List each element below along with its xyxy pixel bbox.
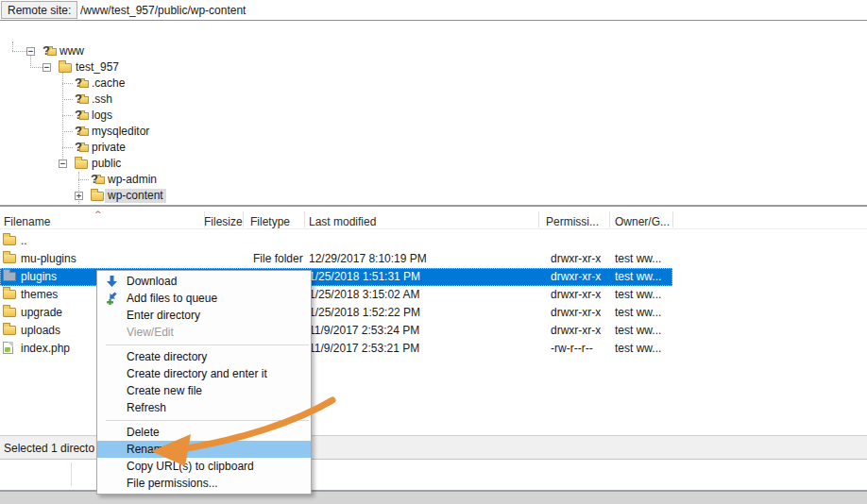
tree-item-www[interactable]: − www [0, 43, 378, 59]
folder-icon [3, 308, 16, 317]
tree-item-private[interactable]: private [0, 140, 378, 156]
column-divider[interactable] [672, 211, 673, 227]
folder-icon [91, 192, 104, 201]
question-folder-icon [91, 206, 107, 207]
tree-item-public[interactable]: − public [0, 156, 378, 172]
folder-icon [3, 326, 16, 335]
column-divider[interactable] [609, 211, 610, 227]
folder-icon [3, 290, 16, 299]
collapse-icon[interactable]: − [26, 47, 35, 56]
column-header-last-modified[interactable]: Last modified [309, 215, 376, 228]
folder-icon [3, 272, 16, 281]
tree-item-ssh[interactable]: .ssh [0, 92, 378, 108]
status-text: Selected 1 directo [4, 442, 94, 455]
tree-item-test-957[interactable]: − test_957 [0, 59, 378, 76]
column-divider[interactable] [538, 211, 539, 227]
filezilla-remote-panel: Remote site: − www − test_957 [0, 0, 867, 504]
collapse-icon[interactable]: − [59, 160, 67, 168]
remote-site-bar: Remote site: [0, 0, 867, 21]
menu-item-download[interactable]: Download [97, 273, 311, 290]
folder-icon [3, 254, 16, 263]
remote-site-label: Remote site: [1, 1, 77, 19]
folder-icon [75, 160, 88, 169]
column-header-owner[interactable]: Owner/G... [615, 215, 670, 228]
collapse-icon[interactable]: − [42, 63, 51, 72]
folder-icon [59, 63, 72, 73]
remote-path-input[interactable] [80, 1, 647, 19]
file-list-header: ^ Filename Filesize Filetype Last modifi… [0, 210, 867, 229]
menu-item-create-directory[interactable]: Create directory [97, 348, 311, 365]
php-file-icon [3, 342, 13, 354]
file-row-mu-plugins[interactable]: mu-plugins File folder 12/29/2017 8:10:1… [0, 250, 672, 268]
column-header-permissions[interactable]: Permissi... [546, 215, 599, 228]
tree-item-wp-content[interactable]: + wp-content [0, 188, 378, 204]
column-divider[interactable] [243, 211, 244, 227]
menu-item-create-directory-and-enter[interactable]: Create directory and enter it [97, 365, 311, 382]
tree-item-mysqleditor[interactable]: mysqleditor [0, 124, 378, 140]
column-header-filename[interactable]: Filename [4, 215, 50, 228]
menu-separator [106, 420, 309, 421]
tree-item-wp-admin[interactable]: wp-admin [0, 172, 378, 188]
download-icon [106, 275, 119, 288]
folder-icon [3, 236, 16, 245]
tree-item-logs[interactable]: logs [0, 108, 378, 124]
column-header-filesize[interactable]: Filesize [204, 215, 239, 228]
menu-item-rename[interactable]: Rename [97, 441, 311, 458]
file-row-parent[interactable]: .. [0, 232, 672, 250]
menu-item-delete[interactable]: Delete [97, 424, 311, 441]
sort-ascending-icon: ^ [94, 210, 102, 219]
menu-item-enter-directory[interactable]: Enter directory [97, 307, 311, 324]
menu-item-file-permissions[interactable]: File permissions... [97, 475, 311, 492]
menu-item-create-new-file[interactable]: Create new file [97, 382, 311, 399]
add-queue-icon [106, 292, 119, 305]
column-divider [71, 462, 72, 486]
menu-item-view-edit[interactable]: View/Edit [97, 324, 311, 341]
context-menu: Download Add files to queue Enter direct… [96, 270, 312, 495]
menu-item-add-files-to-queue[interactable]: Add files to queue [97, 290, 311, 307]
column-divider[interactable] [204, 211, 205, 227]
remote-directory-tree: − www − test_957 .cache .ssh logs mysqle… [0, 21, 867, 207]
menu-separator [106, 344, 309, 345]
menu-item-copy-urls[interactable]: Copy URL(s) to clipboard [97, 458, 311, 475]
column-header-filetype[interactable]: Filetype [250, 215, 290, 228]
tree-item-wp-includes[interactable]: wp-includes [0, 204, 378, 207]
column-divider[interactable] [304, 211, 305, 227]
tree-item-cache[interactable]: .cache [0, 76, 378, 92]
menu-item-refresh[interactable]: Refresh [97, 399, 311, 416]
expand-icon[interactable]: + [75, 192, 83, 200]
